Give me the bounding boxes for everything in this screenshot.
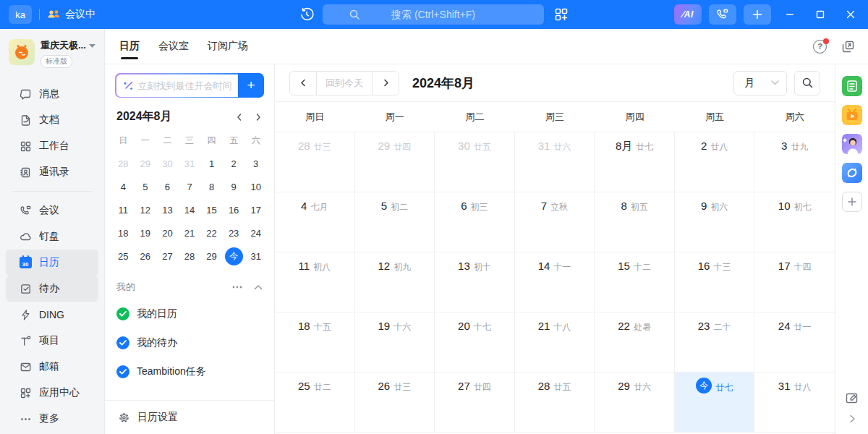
- day-cell[interactable]: 28廿五: [515, 373, 595, 433]
- day-cell[interactable]: 8月廿七: [595, 132, 675, 192]
- day-cell[interactable]: 16十三: [675, 252, 755, 312]
- view-mode-select[interactable]: 月: [733, 71, 787, 95]
- sidebar-item-mail[interactable]: 邮箱: [6, 354, 98, 380]
- sidebar-item-contacts[interactable]: 通讯录: [6, 159, 98, 185]
- sidebar-item-more[interactable]: 更多: [6, 406, 98, 432]
- my-calendars-more-icon[interactable]: [232, 286, 242, 289]
- window-close-button[interactable]: [839, 4, 862, 25]
- day-cell[interactable]: 21十八: [515, 312, 595, 373]
- mini-day-cell[interactable]: 15: [200, 198, 223, 221]
- day-cell[interactable]: 12初九: [355, 252, 435, 312]
- day-cell[interactable]: 4七月: [275, 192, 355, 252]
- mini-day-cell[interactable]: 16: [223, 198, 245, 221]
- day-cell[interactable]: 14十一: [515, 252, 595, 312]
- day-cell[interactable]: 20十七: [435, 312, 515, 373]
- mini-day-cell[interactable]: 9: [223, 175, 245, 198]
- day-cell[interactable]: 15十二: [595, 252, 675, 312]
- mini-day-cell[interactable]: 4: [112, 175, 135, 198]
- day-cell[interactable]: 10初七: [754, 192, 835, 252]
- quick-add-button[interactable]: [744, 4, 771, 25]
- day-cell[interactable]: 29廿四: [355, 132, 435, 192]
- tab-subscription-plaza[interactable]: 订阅广场: [208, 29, 248, 64]
- ai-assistant-button[interactable]: ⁄AI: [674, 4, 702, 25]
- day-cell[interactable]: 19十六: [355, 312, 435, 373]
- mini-day-cell[interactable]: 7: [179, 175, 201, 198]
- day-cell[interactable]: 2廿八: [675, 132, 755, 192]
- mini-day-cell[interactable]: 27: [156, 244, 179, 268]
- add-dock-app-button[interactable]: [842, 192, 862, 212]
- sidebar-item-docs[interactable]: 文档: [6, 107, 98, 133]
- mini-day-cell[interactable]: 13: [156, 198, 179, 221]
- mini-day-cell[interactable]: 28: [179, 244, 201, 268]
- window-maximize-button[interactable]: [809, 4, 832, 25]
- day-cell[interactable]: 3廿九: [754, 132, 835, 192]
- mini-today-cell[interactable]: 今: [223, 244, 245, 268]
- mini-day-cell[interactable]: 22: [200, 221, 223, 244]
- mini-day-cell[interactable]: 28: [112, 152, 135, 175]
- tab-calendar[interactable]: 日历: [119, 29, 140, 64]
- sidebar-item-todo[interactable]: 待办: [6, 276, 98, 302]
- mini-day-cell[interactable]: 26: [135, 244, 157, 268]
- next-period-button[interactable]: [373, 72, 399, 95]
- create-event-button[interactable]: +: [238, 73, 264, 98]
- sidebar-item-ding[interactable]: DING: [6, 302, 98, 328]
- day-cell[interactable]: 6初三: [435, 192, 515, 252]
- day-cell[interactable]: 29廿六: [595, 373, 675, 433]
- checked-circle-icon[interactable]: [116, 365, 129, 378]
- mini-day-cell[interactable]: 21: [179, 221, 201, 244]
- mini-day-cell[interactable]: 19: [135, 221, 157, 244]
- day-cell[interactable]: 17十四: [754, 252, 835, 312]
- assistant-avatar[interactable]: [842, 134, 862, 154]
- window-minimize-button[interactable]: [778, 4, 801, 25]
- mini-day-cell[interactable]: 29: [135, 152, 157, 175]
- day-cell[interactable]: 7立秋: [515, 192, 595, 252]
- day-cell[interactable]: 31廿八: [754, 373, 835, 433]
- day-cell[interactable]: 5初二: [355, 192, 435, 252]
- day-cell[interactable]: 25廿二: [275, 373, 355, 433]
- day-cell[interactable]: 30廿五: [435, 132, 515, 192]
- day-cell[interactable]: 8初五: [595, 192, 675, 252]
- prev-period-button[interactable]: [290, 72, 316, 95]
- day-cell[interactable]: 11初八: [275, 252, 355, 312]
- smart-time-finder[interactable]: [115, 73, 238, 98]
- day-cell[interactable]: 31廿六: [515, 132, 595, 192]
- day-cell[interactable]: 9初六: [675, 192, 755, 252]
- mini-next-month-button[interactable]: [254, 113, 263, 122]
- mini-day-cell[interactable]: 3: [244, 152, 267, 175]
- sync-app-icon[interactable]: [842, 163, 862, 183]
- mini-day-cell[interactable]: 12: [135, 198, 157, 221]
- calendar-list-item-my-calendar[interactable]: 我的日历: [116, 299, 270, 328]
- sidebar-item-workbench[interactable]: 工作台: [6, 133, 98, 159]
- day-cell[interactable]: 24廿一: [754, 312, 835, 373]
- mini-prev-month-button[interactable]: [235, 113, 244, 122]
- collapse-dock-icon[interactable]: [848, 414, 856, 424]
- mini-day-cell[interactable]: 31: [244, 244, 267, 268]
- mini-day-cell[interactable]: 5: [135, 175, 157, 198]
- mini-day-cell[interactable]: 8: [200, 175, 223, 198]
- calendar-list-item-teambition[interactable]: Teambition任务: [116, 357, 270, 386]
- day-cell[interactable]: 18十五: [275, 312, 355, 373]
- smart-time-input[interactable]: [138, 80, 234, 91]
- checked-circle-icon[interactable]: [116, 307, 129, 320]
- sidebar-item-calendar[interactable]: 30 日历: [6, 250, 98, 276]
- open-in-window-icon[interactable]: [841, 40, 855, 54]
- mini-day-cell[interactable]: 24: [244, 221, 267, 244]
- notes-app-icon[interactable]: [842, 76, 862, 96]
- back-to-today-button[interactable]: 回到今天: [316, 72, 373, 95]
- mini-day-cell[interactable]: 2: [223, 152, 245, 175]
- sidebar-item-drive[interactable]: 钉盘: [6, 224, 98, 250]
- mini-day-cell[interactable]: 29: [200, 244, 223, 268]
- day-cell[interactable]: 26廿三: [355, 373, 435, 433]
- app-grid-icon[interactable]: [554, 7, 569, 22]
- mini-day-cell[interactable]: 10: [244, 175, 267, 198]
- history-icon[interactable]: [299, 7, 314, 22]
- sidebar-item-meeting[interactable]: 会议: [6, 197, 98, 224]
- mini-day-cell[interactable]: 18: [112, 221, 135, 244]
- mini-day-cell[interactable]: 6: [156, 175, 179, 198]
- mini-day-cell[interactable]: 25: [112, 244, 135, 268]
- mini-day-cell[interactable]: 31: [179, 152, 201, 175]
- sidebar-item-messages[interactable]: 消息: [6, 81, 98, 107]
- call-button[interactable]: [709, 4, 736, 25]
- calendar-settings-button[interactable]: 日历设置: [105, 401, 274, 434]
- compose-note-icon[interactable]: [845, 391, 859, 405]
